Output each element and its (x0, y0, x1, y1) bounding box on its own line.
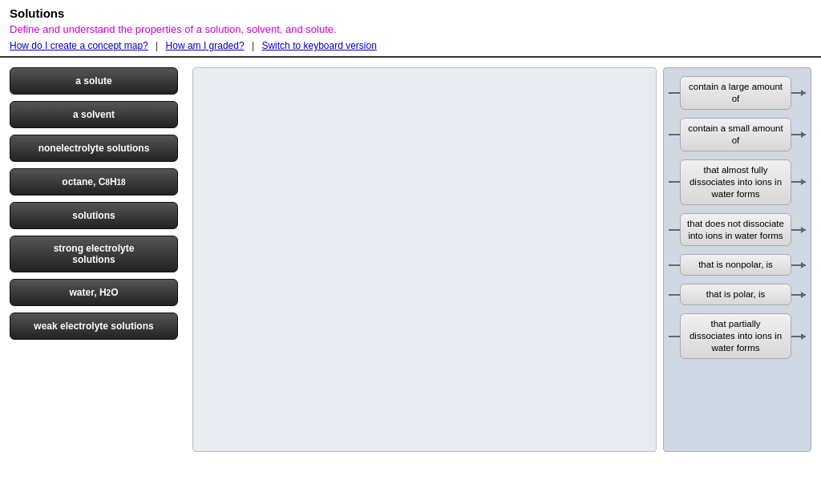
left-dash-6 (669, 294, 680, 296)
left-dash-4 (669, 229, 680, 231)
answer-row-polar: that is polar, is (669, 284, 806, 305)
left-dash-5 (669, 264, 680, 266)
left-dash-7 (669, 336, 680, 337)
answer-row-does-not-dissociate: that does not dissociate into ions in wa… (669, 213, 806, 247)
right-arrow-7 (791, 336, 806, 337)
right-arrow-2 (791, 134, 806, 135)
right-arrow-5 (791, 264, 806, 266)
right-arrow-3 (791, 181, 806, 183)
answer-box-polar[interactable]: that is polar, is (680, 284, 791, 305)
subtitle: Define and understand the properties of … (10, 23, 811, 35)
drag-item-a-solvent[interactable]: a solvent (10, 101, 178, 128)
keyboard-version-link[interactable]: Switch to keyboard version (261, 40, 376, 51)
answer-row-almost-fully: that almost fully dissociates into ions … (669, 159, 806, 205)
right-arrow-6 (791, 294, 806, 296)
left-panel: a solute a solvent nonelectrolyte soluti… (10, 67, 186, 452)
answer-row-nonpolar: that is nonpolar, is (669, 254, 806, 276)
answer-box-does-not-dissociate[interactable]: that does not dissociate into ions in wa… (680, 213, 791, 247)
drag-item-strong-electrolyte[interactable]: strong electrolytesolutions (10, 236, 178, 272)
drag-item-a-solute[interactable]: a solute (10, 67, 178, 95)
top-bar: Solutions Define and understand the prop… (0, 0, 821, 58)
left-dash-3 (669, 181, 680, 183)
drag-item-nonelectrolyte[interactable]: nonelectrolyte solutions (10, 135, 178, 162)
how-create-link[interactable]: How do I create a concept map? (10, 40, 148, 51)
answer-box-small-amount[interactable]: contain a small amount of (680, 118, 791, 151)
how-graded-link[interactable]: How am I graded? (166, 40, 245, 51)
page-title: Solutions (10, 6, 811, 20)
answer-row-small-amount: contain a small amount of (669, 118, 806, 151)
right-arrow-1 (791, 92, 806, 94)
main-area: a solute a solvent nonelectrolyte soluti… (0, 58, 821, 462)
drag-item-solutions[interactable]: solutions (10, 202, 178, 229)
answer-box-large-amount[interactable]: contain a large amount of (680, 76, 791, 110)
answer-row-large-amount: contain a large amount of (669, 76, 806, 110)
separator2: | (252, 40, 254, 51)
left-dash-2 (669, 134, 680, 135)
right-panel: contain a large amount of contain a smal… (663, 67, 811, 452)
drag-item-water[interactable]: water, H2O (10, 279, 178, 306)
center-drop-panel[interactable] (192, 67, 657, 452)
separator1: | (156, 40, 158, 51)
answer-row-partially-dissociates: that partially dissociates into ions in … (669, 313, 806, 359)
drag-item-weak-electrolyte[interactable]: weak electrolyte solutions (10, 312, 178, 340)
right-arrow-4 (791, 229, 806, 231)
nav-links: How do I create a concept map? | How am … (10, 40, 811, 51)
drag-item-octane[interactable]: octane, C8H18 (10, 168, 178, 196)
left-dash-1 (669, 92, 680, 94)
answer-box-nonpolar[interactable]: that is nonpolar, is (680, 254, 791, 276)
answer-box-partially-dissociates[interactable]: that partially dissociates into ions in … (680, 313, 791, 359)
answer-box-almost-fully[interactable]: that almost fully dissociates into ions … (680, 159, 791, 205)
